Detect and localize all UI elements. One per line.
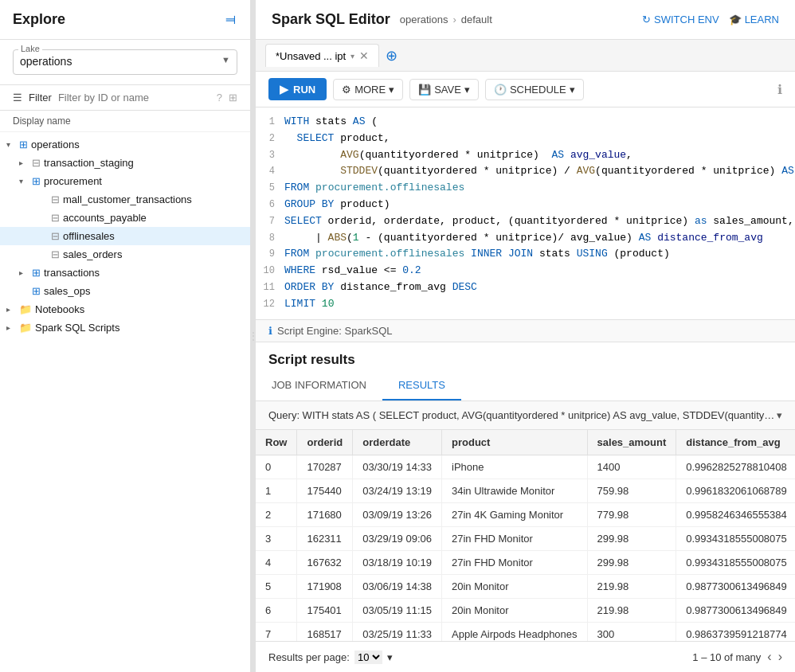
tree-item-label: Spark SQL Scripts <box>35 322 119 334</box>
tree-item-accounts-payable[interactable]: ▸ ⊟ accounts_payable <box>0 209 250 227</box>
table-icon: ⊟ <box>51 212 60 224</box>
sidebar-collapse-button[interactable]: ⫤ <box>223 11 237 28</box>
code-content: 1 WITH stats AS ( 2 SELECT product, 3 AV… <box>256 107 795 319</box>
cell-distance_from_avg: 0.9934318555008075 <box>676 550 795 574</box>
lake-selector: Lake operations ▼ <box>0 40 250 85</box>
save-arrow-icon: ▾ <box>464 84 470 96</box>
sidebar: Explore ⫤ Lake operations ▼ ☰ Filter ? ⊞… <box>0 0 251 672</box>
cell-orderdate: 03/06/19 14:38 <box>353 574 442 598</box>
breadcrumb-operations[interactable]: operations <box>400 14 448 25</box>
learn-button[interactable]: 🎓 LEARN <box>729 14 779 25</box>
cell-row: 4 <box>256 550 297 574</box>
more-label: MORE <box>354 84 386 96</box>
tree-item-transaction-staging[interactable]: ▸ ⊟ transaction_staging <box>0 154 250 172</box>
save-button[interactable]: 💾 SAVE ▾ <box>409 79 479 100</box>
cell-distance_from_avg: 0.9958246346555384 <box>676 502 795 526</box>
filter-input[interactable] <box>58 92 210 104</box>
tab-add-button[interactable]: ⊕ <box>386 47 398 64</box>
cell-orderid: 168517 <box>297 622 353 641</box>
cell-row: 7 <box>256 622 297 641</box>
code-line-3: 3 AVG(quantityordered * unitprice) AS av… <box>256 147 795 164</box>
tab-unsaved[interactable]: *Unsaved ... ipt ▾ ✕ <box>265 44 379 67</box>
page-prev-button[interactable]: ‹ <box>767 650 771 664</box>
results-table: Row orderid orderdate product sales_amou… <box>256 430 795 641</box>
per-page-dropdown-icon: ▾ <box>387 651 393 663</box>
lake-select[interactable]: operations <box>20 52 230 68</box>
col-header-product: product <box>442 430 588 455</box>
cell-distance_from_avg: 0.9961832061068789 <box>676 479 795 502</box>
switch-env-button[interactable]: ↻ SWITCH ENV <box>642 14 719 25</box>
tree-item-operations[interactable]: ▾ ⊞ operations <box>0 135 250 154</box>
run-button[interactable]: ▶ RUN <box>268 78 327 100</box>
cell-sales_amount: 299.98 <box>587 526 676 550</box>
col-header-row: Row <box>256 430 297 455</box>
per-page-select[interactable]: 10 25 50 <box>354 651 382 664</box>
tree-item-spark-sql-scripts[interactable]: ▸ 📁 Spark SQL Scripts <box>0 318 250 337</box>
tree-item-offlinesales[interactable]: ▸ ⊟ offlinesales <box>0 227 250 245</box>
cell-orderdate: 03/05/19 11:15 <box>353 598 442 622</box>
per-page-selector: Results per page: 10 25 50 ▾ <box>268 651 393 664</box>
cell-orderdate: 03/30/19 14:33 <box>353 455 442 479</box>
info-button[interactable]: ℹ <box>777 82 782 97</box>
tree-item-mall-customer-transactions[interactable]: ▸ ⊟ mall_customer_transactions <box>0 190 250 209</box>
table-row: 716851703/25/19 11:33Apple Airpods Headp… <box>256 622 795 641</box>
cell-product: 27in 4K Gaming Monitor <box>442 502 588 526</box>
tab-bar: *Unsaved ... ipt ▾ ✕ ⊕ <box>256 40 795 72</box>
cell-orderid: 171680 <box>297 502 353 526</box>
code-line-2: 2 SELECT product, <box>256 131 795 147</box>
sidebar-title: Explore <box>13 11 65 28</box>
table-row: 217168003/09/19 13:2627in 4K Gaming Moni… <box>256 502 795 526</box>
col-header-distance-from-avg: distance_from_avg <box>676 430 795 455</box>
learn-icon: 🎓 <box>729 14 742 25</box>
tree-item-procurement[interactable]: ▾ ⊞ procurement <box>0 172 250 190</box>
filter-help-icon[interactable]: ? <box>217 92 222 104</box>
switch-env-icon: ↻ <box>642 14 651 25</box>
schedule-button[interactable]: 🕐 SCHEDULE ▾ <box>485 79 584 100</box>
filter-bar: ☰ Filter ? ⊞ <box>0 85 250 111</box>
cell-distance_from_avg: 0.9877300613496849 <box>676 574 795 598</box>
breadcrumb: operations › default <box>400 14 492 25</box>
cell-product: 34in Ultrawide Monitor <box>442 479 588 502</box>
schema-icon-procurement: ⊞ <box>32 175 41 187</box>
cell-product: 20in Monitor <box>442 574 588 598</box>
folder-icon-spark-sql-scripts: 📁 <box>19 322 32 334</box>
cell-row: 1 <box>256 479 297 502</box>
breadcrumb-default[interactable]: default <box>461 14 492 25</box>
cell-product: 27in FHD Monitor <box>442 526 588 550</box>
cell-orderid: 167632 <box>297 550 353 574</box>
app-title: Spark SQL Editor <box>272 11 390 28</box>
table-row: 416763203/18/19 10:1927in FHD Monitor299… <box>256 550 795 574</box>
table-header: Row orderid orderdate product sales_amou… <box>256 430 795 455</box>
page-next-button[interactable]: › <box>778 650 782 664</box>
cell-orderid: 171908 <box>297 574 353 598</box>
display-name-header: Display name <box>0 111 250 132</box>
tab-close-button[interactable]: ✕ <box>359 49 369 62</box>
tab-job-information[interactable]: JOB INFORMATION <box>256 371 382 400</box>
more-button[interactable]: ⚙ MORE ▾ <box>333 79 403 100</box>
cell-orderdate: 03/29/19 09:06 <box>353 526 442 550</box>
code-editor[interactable]: 1 WITH stats AS ( 2 SELECT product, 3 AV… <box>256 107 795 320</box>
tree-item-transactions[interactable]: ▸ ⊞ transactions <box>0 264 250 282</box>
switch-env-label: SWITCH ENV <box>654 14 719 25</box>
cell-distance_from_avg: 0.9934318555008075 <box>676 526 795 550</box>
code-line-11: 11 ORDER BY distance_from_avg DESC <box>256 279 795 296</box>
tree-item-label: mall_customer_transactions <box>63 193 192 205</box>
schedule-label: SCHEDULE <box>510 84 566 96</box>
tree-item-label: accounts_payable <box>63 212 147 224</box>
folder-icon-notebooks: 📁 <box>19 303 32 315</box>
tree-item-notebooks[interactable]: ▸ 📁 Notebooks <box>0 300 250 318</box>
code-line-12: 12 LIMIT 10 <box>256 296 795 313</box>
tree: ▾ ⊞ operations ▸ ⊟ transaction_staging ▾… <box>0 132 250 672</box>
filter-grid-icon[interactable]: ⊞ <box>229 92 237 104</box>
tree-item-sales-orders[interactable]: ▸ ⊟ sales_orders <box>0 245 250 264</box>
col-header-orderid: orderid <box>297 430 353 455</box>
cell-orderdate: 03/24/19 13:19 <box>353 479 442 502</box>
code-line-9: 9 FROM procurement.offlinesales INNER JO… <box>256 246 795 263</box>
query-info-dropdown-icon[interactable]: ▾ <box>777 409 782 421</box>
tab-results[interactable]: RESULTS <box>382 371 461 400</box>
tab-dropdown-icon[interactable]: ▾ <box>351 52 354 61</box>
tree-item-sales-ops[interactable]: ▸ ⊞ sales_ops <box>0 282 250 300</box>
results-table-wrapper[interactable]: Row orderid orderdate product sales_amou… <box>256 430 795 641</box>
main-content: Spark SQL Editor operations › default ↻ … <box>256 0 795 672</box>
filter-label: Filter <box>29 92 52 104</box>
